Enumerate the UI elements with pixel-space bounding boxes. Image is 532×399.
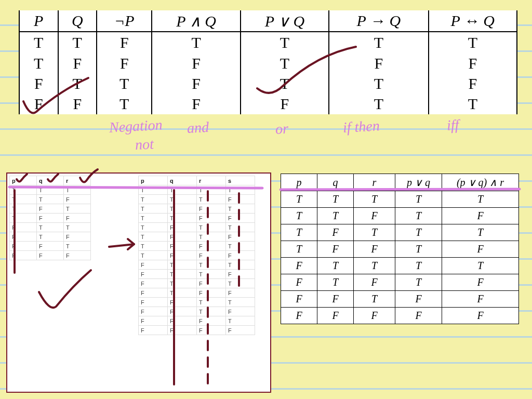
table-row: FTFF (139, 288, 255, 298)
handwriting-negation: Negation (109, 116, 163, 136)
mini-table-4var: p q r s TTTTTTTFTTFTTTFFTFTTTFTFTFFTTFFF… (138, 176, 255, 335)
table-row: TFF (10, 214, 91, 223)
table-row: TTTF (139, 195, 255, 204)
table-row: FFTFFTT (19, 94, 517, 114)
handwriting-or: or (275, 120, 289, 137)
col-PiffQ: P ↔ Q (429, 10, 517, 32)
col-PandQ: P ∧ Q (152, 10, 240, 32)
table-row: TTFT (139, 204, 255, 214)
table-row: TTFTF (281, 208, 519, 224)
table-row: TTT (10, 185, 91, 195)
col-P: P (19, 10, 58, 32)
table-row: TFFTF (281, 241, 519, 258)
table-row: TFT (10, 204, 91, 214)
table-row: TFTTT (281, 224, 519, 241)
table-row: FFTF (139, 307, 255, 316)
table-row: TTFF (139, 214, 255, 223)
table-row: FFTT (139, 298, 255, 307)
table-row: FTFT (139, 279, 255, 288)
table-row: FFTFF (281, 291, 519, 308)
table-row: FTFTF (281, 274, 519, 291)
table-row: FFT (10, 242, 91, 251)
table-row: FFFFF (281, 308, 519, 324)
handwriting-ifthen: if then (342, 117, 380, 136)
compound-truth-table: p q r p ∨ q (p ∨ q) ∧ r TTTTTTTFTFTFTTTT… (281, 174, 519, 324)
table-row: FTF (10, 232, 91, 242)
table-row: FTT (10, 223, 91, 232)
table-row: TTTTT (281, 191, 519, 208)
mini-tables-panel: p q r TTTTTFTFTTFFFTTFTFFFTFFF p q r s T… (6, 172, 271, 393)
table-row: TFFF (139, 251, 255, 260)
table-row: p q r s (139, 176, 255, 185)
table-row: FTTFTTF (19, 73, 517, 94)
col-Q: Q (58, 10, 97, 32)
table-row: FTTT (139, 260, 255, 270)
table-row: FFFT (139, 316, 255, 326)
table-row: TFTT (139, 223, 255, 232)
mini-table-3var: p q r TTTTTFTFTTFFFTTFTFFFTFFF (9, 176, 91, 260)
table-row: TFFFTFF (19, 53, 517, 73)
table-row: p q r (10, 176, 91, 185)
table-row: FTTF (139, 270, 255, 279)
table-row: TTTT (139, 185, 255, 195)
table-row: FFFF (139, 326, 255, 335)
handwriting-iff: iff (446, 116, 459, 134)
handwriting-not: not (135, 136, 154, 153)
table-row: TTF (10, 195, 91, 204)
col-notP: ¬P (97, 10, 152, 32)
col-PimpQ: P → Q (329, 10, 429, 32)
table-row: TFFT (139, 242, 255, 251)
table-row: p q r p ∨ q (p ∨ q) ∧ r (281, 174, 519, 191)
col-PorQ: P ∨ Q (241, 10, 329, 32)
main-truth-table-header: P Q ¬P P ∧ Q P ∨ Q P → Q P ↔ Q (19, 10, 517, 32)
table-row: FFF (10, 251, 91, 260)
table-row: FTTTT (281, 258, 519, 274)
main-truth-table: P Q ¬P P ∧ Q P ∨ Q P → Q P ↔ Q TTFTTTT T… (19, 10, 517, 114)
table-row: TTFTTTT (19, 32, 517, 52)
table-row: TFTF (139, 232, 255, 242)
handwriting-and: and (187, 119, 209, 137)
